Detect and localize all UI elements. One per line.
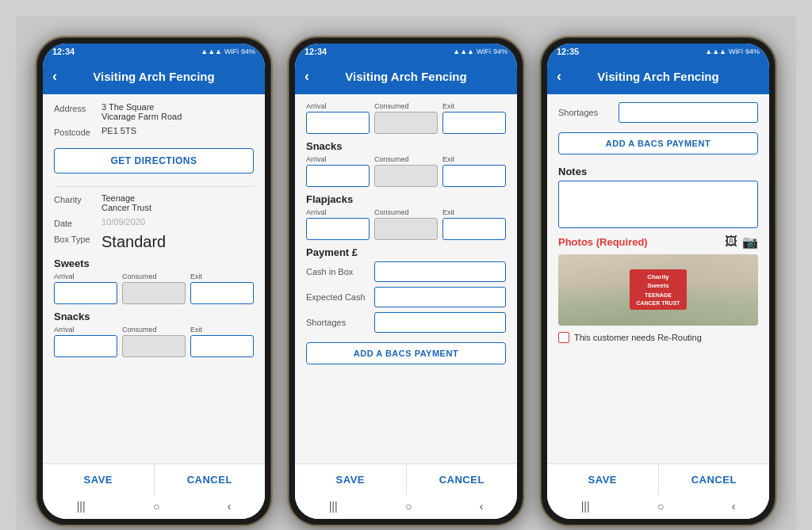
signal-icon-2: ▲▲▲ xyxy=(453,48,474,55)
top-consumed-input-2[interactable] xyxy=(374,112,438,134)
cancel-button-2[interactable]: CANCEL xyxy=(407,464,518,495)
top-exit-col-2: Exit xyxy=(442,102,506,134)
cancel-button-3[interactable]: CANCEL xyxy=(659,464,770,495)
flapjacks-arrival-input[interactable] xyxy=(306,218,370,240)
snacks-arrival-input-1[interactable] xyxy=(54,335,117,357)
charity-value: Teenage Cancer Trust xyxy=(102,193,151,212)
phone2-nav: ||| ○ ‹ xyxy=(295,495,517,519)
snacks-exit-input-1[interactable] xyxy=(190,335,254,357)
date-row: Date 10/09/2020 xyxy=(54,217,254,228)
sweets-exit-input[interactable] xyxy=(190,282,254,304)
signal-icon: ▲▲▲ xyxy=(201,48,222,55)
sweets-consumed-label: Consumed xyxy=(122,273,186,280)
postcode-label: Postcode xyxy=(54,126,102,137)
nav-back-3[interactable]: ‹ xyxy=(732,500,736,513)
date-value: 10/09/2020 xyxy=(102,217,145,227)
charity-row: Charity Teenage Cancer Trust xyxy=(54,193,254,212)
top-exit-input-2[interactable] xyxy=(442,112,506,134)
snacks-fields-2: Arrival Consumed Exit xyxy=(306,155,506,187)
gallery-icon[interactable]: 🖼 xyxy=(725,234,737,250)
date-label: Date xyxy=(54,217,102,228)
battery-2: 94% xyxy=(493,48,508,55)
nav-back-1[interactable]: ‹ xyxy=(228,500,232,513)
nav-menu-1[interactable]: ||| xyxy=(77,500,86,513)
header-title-1: Visiting Arch Fencing xyxy=(93,70,214,83)
nav-home-2[interactable]: ○ xyxy=(405,500,412,513)
nav-home-3[interactable]: ○ xyxy=(657,500,664,513)
flapjacks-consumed-label: Consumed xyxy=(374,208,438,216)
snacks-exit-input-2[interactable] xyxy=(442,165,506,187)
postcode-value: PE1 5TS xyxy=(102,126,136,135)
postcode-row: Postcode PE1 5TS xyxy=(54,126,254,137)
signal-icon-3: ▲▲▲ xyxy=(705,48,726,55)
snacks-exit-label-1: Exit xyxy=(190,326,254,334)
status-icons-2: ▲▲▲ WiFi 94% xyxy=(453,48,508,55)
get-directions-button[interactable]: GET DIRECTIONS xyxy=(54,148,254,173)
phone-3: 12:35 ▲▲▲ WiFi 94% ‹ Visiting Arch Fenci… xyxy=(539,36,777,527)
sweets-arrival-input[interactable] xyxy=(54,282,117,304)
phone3-nav: ||| ○ ‹ xyxy=(547,495,769,519)
flapjacks-exit-label: Exit xyxy=(442,208,506,216)
back-button-1[interactable]: ‹ xyxy=(52,68,57,85)
reroute-label: This customer needs Re-Routing xyxy=(574,333,702,342)
camera-icon[interactable]: 📷 xyxy=(742,234,758,250)
sweets-title: Sweets xyxy=(54,257,254,269)
back-button-2[interactable]: ‹ xyxy=(304,68,309,85)
snacks-consumed-input-2[interactable] xyxy=(374,165,438,187)
back-button-3[interactable]: ‹ xyxy=(557,68,561,85)
shortages-top-row: Shortages xyxy=(558,102,758,123)
snacks-consumed-input-1[interactable] xyxy=(122,335,186,357)
nav-menu-3[interactable]: ||| xyxy=(581,500,590,513)
shortages-top-input[interactable] xyxy=(619,102,758,123)
charity-label: Charity xyxy=(54,193,102,204)
charity-badge: Charity Sweets TEENAGECANCER TRUST xyxy=(630,269,686,311)
sweets-exit-col: Exit xyxy=(190,273,254,304)
save-button-1[interactable]: SAVE xyxy=(43,464,155,495)
phone1-content: Address 3 The Square Vicarage Farm Road … xyxy=(43,94,265,463)
sweets-consumed-input[interactable] xyxy=(122,282,186,304)
cash-in-box-input[interactable] xyxy=(374,261,506,282)
box-type-label: Box Type xyxy=(54,233,102,244)
nav-menu-2[interactable]: ||| xyxy=(329,500,338,513)
expected-cash-row: Expected Cash xyxy=(306,287,506,307)
snacks-consumed-col-1: Consumed xyxy=(122,326,186,357)
status-time-1: 12:34 xyxy=(52,47,75,56)
top-arrival-col-2: Arrival xyxy=(306,102,370,134)
phone1-nav: ||| ○ ‹ xyxy=(43,495,265,519)
nav-home-1[interactable]: ○ xyxy=(153,500,159,513)
save-button-3[interactable]: SAVE xyxy=(547,464,659,495)
status-bar-2: 12:34 ▲▲▲ WiFi 94% xyxy=(295,44,517,59)
snacks-consumed-label-1: Consumed xyxy=(122,326,186,334)
flapjacks-title: Flapjacks xyxy=(306,193,506,205)
status-bar-3: 12:35 ▲▲▲ WiFi 94% xyxy=(547,44,769,59)
sweets-fields: Arrival Consumed Exit xyxy=(54,273,254,304)
reroute-row: This customer needs Re-Routing xyxy=(558,332,758,343)
cancel-button-1[interactable]: CANCEL xyxy=(155,464,266,495)
top-arrival-input-2[interactable] xyxy=(306,112,370,134)
snacks-consumed-label-2: Consumed xyxy=(374,155,438,163)
screenshot-container: 12:34 ▲▲▲ WiFi 94% ‹ Visiting Arch Fenci… xyxy=(16,16,796,530)
add-bacs-button-3[interactable]: ADD A BACS PAYMENT xyxy=(558,132,758,154)
app-header-2: ‹ Visiting Arch Fencing xyxy=(295,59,517,94)
expected-cash-input[interactable] xyxy=(374,287,506,307)
snacks-arrival-input-2[interactable] xyxy=(306,165,370,187)
top-fields-2: Arrival Consumed Exit xyxy=(306,102,506,134)
reroute-checkbox[interactable] xyxy=(558,332,569,343)
phone3-footer: SAVE CANCEL xyxy=(547,463,769,495)
notes-input[interactable] xyxy=(558,181,758,228)
top-exit-label-2: Exit xyxy=(442,102,506,110)
flapjacks-consumed-input[interactable] xyxy=(374,218,438,240)
flapjacks-exit-input[interactable] xyxy=(442,218,506,240)
phone-2: 12:34 ▲▲▲ WiFi 94% ‹ Visiting Arch Fenci… xyxy=(287,36,525,527)
snacks-arrival-col-1: Arrival xyxy=(54,326,117,357)
address-row: Address 3 The Square Vicarage Farm Road xyxy=(54,102,254,121)
add-bacs-button-2[interactable]: ADD A BACS PAYMENT xyxy=(306,342,506,364)
sweets-arrival-label: Arrival xyxy=(54,273,117,280)
shortages-input-2[interactable] xyxy=(374,312,506,333)
nav-back-2[interactable]: ‹ xyxy=(480,500,484,513)
shortages-top-label: Shortages xyxy=(558,108,614,117)
battery-3: 94% xyxy=(745,48,760,55)
snacks-exit-col-1: Exit xyxy=(190,326,254,357)
flapjacks-arrival-label: Arrival xyxy=(306,208,370,216)
save-button-2[interactable]: SAVE xyxy=(295,464,407,495)
